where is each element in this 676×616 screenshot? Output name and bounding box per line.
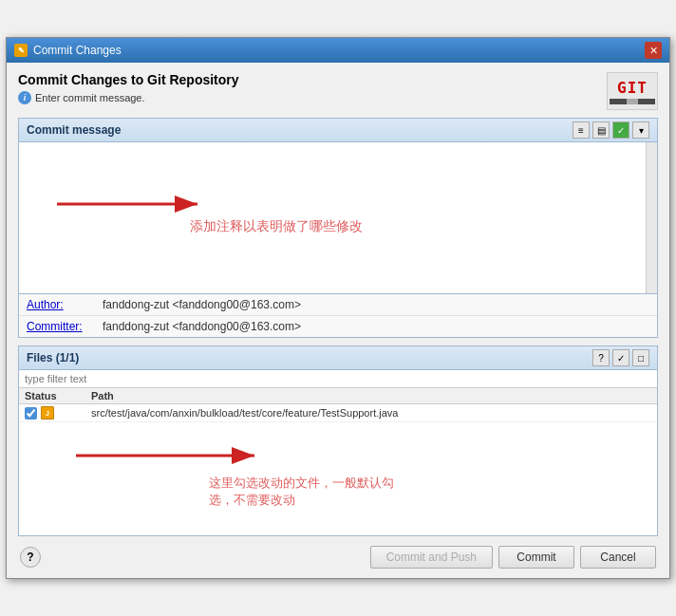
header-section: Commit Changes to Git Repository i Enter… <box>18 72 658 110</box>
filter-input[interactable] <box>19 370 657 388</box>
annotation-text-files: 这里勾选改动的文件，一般默认勾选，不需要改动 <box>209 475 399 509</box>
committer-value: fanddong-zut <fanddong00@163.com> <box>103 320 301 333</box>
scrollbar[interactable] <box>646 142 657 293</box>
author-section: Author: fanddong-zut <fanddong00@163.com… <box>18 294 658 338</box>
arrow-svg-files <box>76 437 266 475</box>
committer-row: Committer: fanddong-zut <fanddong00@163.… <box>19 316 657 337</box>
menu-icon: ≡ <box>578 125 584 136</box>
annotation-arrow-files <box>76 437 266 477</box>
files-check-btn[interactable]: ✓ <box>612 349 629 366</box>
title-bar: ✎ Commit Changes ✕ <box>7 38 669 63</box>
checkmark-icon: ✓ <box>617 353 625 364</box>
git-logo: GIT <box>607 72 658 110</box>
col-header-status: Status <box>25 390 91 401</box>
commit-message-toolbar: ≡ ▤ ✓ ▾ <box>573 121 649 139</box>
file-path: src/test/java/com/anxin/bulkload/test/co… <box>91 407 398 419</box>
commit-message-section: Commit message ≡ ▤ ✓ ▾ <box>18 118 658 294</box>
question-icon: ? <box>598 353 604 364</box>
toolbar-dropdown[interactable]: ▾ <box>632 121 649 139</box>
files-box-btn[interactable]: □ <box>632 349 649 366</box>
window-title: Commit Changes <box>33 44 122 57</box>
author-value: fanddong-zut <fanddong00@163.com> <box>103 298 301 311</box>
main-window: ✎ Commit Changes ✕ Commit Changes to Git… <box>6 37 670 579</box>
commit-message-header: Commit message ≡ ▤ ✓ ▾ <box>18 118 658 142</box>
author-label[interactable]: Author: <box>27 298 103 311</box>
dialog-title: Commit Changes to Git Repository <box>18 72 239 87</box>
commit-button[interactable]: Commit <box>498 546 574 569</box>
files-label: Files (1/1) <box>27 351 79 364</box>
commit-message-area: 添加注释以表明做了哪些修改 <box>18 142 658 294</box>
commit-and-push-button[interactable]: Commit and Push <box>370 546 493 569</box>
toolbar-btn-3[interactable]: ✓ <box>612 121 629 139</box>
info-icon: i <box>18 91 31 104</box>
square-icon: □ <box>638 353 644 364</box>
toolbar-btn-2[interactable]: ▤ <box>592 121 610 139</box>
files-section: Files (1/1) ? ✓ □ Status Pat <box>18 345 658 536</box>
title-bar-left: ✎ Commit Changes <box>14 44 122 57</box>
footer: ? Commit and Push Commit Cancel <box>18 546 658 569</box>
cancel-button[interactable]: Cancel <box>580 546 656 569</box>
window-body: Commit Changes to Git Repository i Enter… <box>7 63 669 578</box>
file-checkbox[interactable] <box>25 407 37 420</box>
table-cell-status: J <box>25 406 91 420</box>
close-button[interactable]: ✕ <box>645 42 662 59</box>
help-icon: ? <box>27 551 33 564</box>
window-icon: ✎ <box>14 44 28 57</box>
files-body: Status Path J src/test/java/com/anxin/bu… <box>18 370 658 536</box>
file-type-icon: J <box>41 406 54 420</box>
header-left: Commit Changes to Git Repository i Enter… <box>18 72 239 104</box>
files-toolbar: ? ✓ □ <box>592 349 649 366</box>
toolbar-btn-1[interactable]: ≡ <box>573 121 590 139</box>
author-row: Author: fanddong-zut <fanddong00@163.com… <box>19 294 657 316</box>
committer-label[interactable]: Committer: <box>27 320 103 333</box>
chevron-down-icon: ▾ <box>639 125 644 136</box>
header-info: i Enter commit message. <box>18 91 239 104</box>
table-header: Status Path <box>19 388 657 404</box>
footer-buttons: Commit and Push Commit Cancel <box>370 546 656 569</box>
commit-message-label: Commit message <box>27 123 121 137</box>
table-row: J src/test/java/com/anxin/bulkload/test/… <box>19 404 657 422</box>
list-icon: ▤ <box>597 125 606 136</box>
col-header-path: Path <box>91 390 114 401</box>
files-header: Files (1/1) ? ✓ □ <box>18 345 658 370</box>
header-subtitle: Enter commit message. <box>35 92 145 103</box>
files-help-btn[interactable]: ? <box>592 349 610 366</box>
footer-left: ? <box>20 547 41 568</box>
commit-message-input[interactable] <box>19 142 646 293</box>
help-button[interactable]: ? <box>20 547 41 568</box>
check-icon: ✓ <box>617 125 625 136</box>
